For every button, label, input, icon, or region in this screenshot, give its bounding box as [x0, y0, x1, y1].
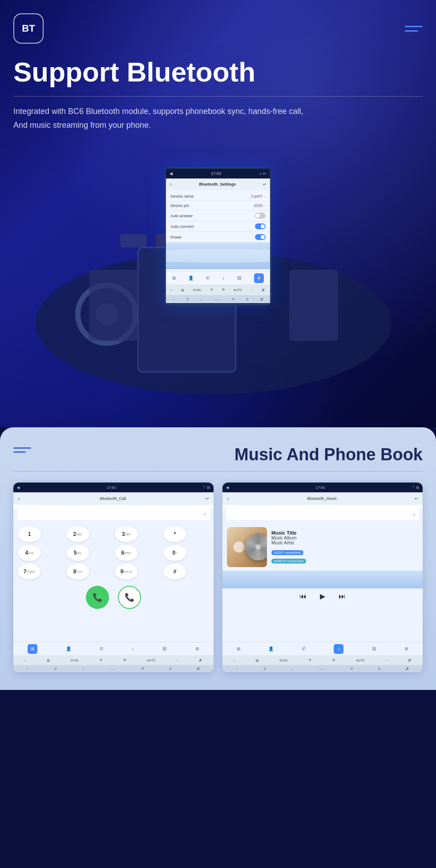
link-icon[interactable]: ⛓ [237, 276, 242, 280]
keypad-5[interactable]: 5JKL [66, 545, 89, 561]
person-icon[interactable]: 👤 [268, 646, 274, 651]
screen-settings-content: Device name CarBT › Device pin 0000 › Au… [166, 190, 270, 271]
bottom-section: Music And Phone Book ◀ 17:53 ⌃ ⊟ ⌂ Bluet… [0, 427, 436, 690]
call-screen-nav: ⌂ Bluetooth_Call ↩ [13, 492, 214, 505]
auto-connect-row: Auto connect [166, 221, 270, 232]
phone-icon[interactable]: ✆ [206, 276, 210, 280]
bottom-menu-icon[interactable] [13, 447, 31, 453]
auto-connect-toggle[interactable] [255, 223, 266, 229]
call-button[interactable]: 📞 [86, 586, 109, 609]
keypad: 1 2ABC 3DEF * 4GHI 5JKL 6MNO 0+ 7PQRS 8T… [13, 523, 214, 582]
call-screen-status: ◀ 17:53 ⌃ ⊟ [13, 483, 214, 492]
music-icon-active[interactable]: ♪ [334, 644, 343, 654]
svg-rect-9 [289, 270, 338, 341]
a2dp-badge: A2DP connected [271, 550, 303, 555]
call-screen-bottom: ←0↓——⇲0🔊 [13, 665, 214, 672]
settings-icon[interactable]: ⚙ [195, 646, 199, 651]
bottom-title: Music And Phone Book [234, 445, 423, 464]
music-controls: ⏮ ▶ ⏭ [222, 588, 423, 604]
auto-answer-toggle[interactable] [255, 213, 266, 219]
svg-rect-3 [120, 234, 147, 247]
play-button[interactable]: ▶ [320, 592, 325, 600]
call-search-bar[interactable]: ✕ [17, 508, 210, 520]
music-screen: ◀ 17:53 ⌃ ⊟ ⌂ Bluetooth_Music ↩ ♫ Mus [222, 483, 423, 672]
next-button[interactable]: ⏭ [339, 592, 346, 600]
keypad-star[interactable]: * [163, 526, 186, 542]
track-title: Music Title [271, 530, 418, 535]
keypad-hash[interactable]: # [163, 564, 186, 580]
music-search-bar[interactable]: ♫ [226, 508, 419, 520]
grid-icon-active[interactable]: ⊞ [28, 644, 37, 654]
music-screen-footer: ⊞ 👤 ✆ ♪ ⛓ ⚙ [222, 642, 423, 655]
track-artist: Music Artist [271, 540, 418, 545]
close-icon: ✕ [203, 512, 206, 517]
screen-wave-decoration [166, 243, 270, 269]
svg-rect-8 [89, 270, 138, 341]
call-screen-climate: ⌂⏻DUAL❄♻AUTO~🔊 [13, 655, 214, 665]
phone-icon[interactable]: ✆ [100, 646, 103, 651]
header-divider [13, 96, 423, 97]
prev-button[interactable]: ⏮ [299, 592, 307, 600]
keypad-9[interactable]: 9WXYZ [115, 564, 138, 580]
screen-footer: ⊞ 👤 ✆ ♪ ⛓ ⚡ [166, 271, 270, 284]
person-icon[interactable]: 👤 [188, 276, 194, 280]
grid-icon[interactable]: ⊞ [172, 276, 176, 280]
screen-bottom-bar: ←0↓——⇲0🔊 [166, 295, 270, 303]
power-row: Power [166, 232, 270, 243]
music-wave [222, 571, 423, 588]
keypad-4[interactable]: 4GHI [18, 545, 41, 561]
keypad-8[interactable]: 8TUV [66, 564, 89, 580]
auto-answer-row: Auto answer [166, 211, 270, 221]
header-section: BT Support Bluetooth Integrated with BC6… [0, 0, 436, 427]
screen-status-bar: ◀ 17:53 ⌂ ↩ [166, 169, 270, 178]
phone-icon[interactable]: ✆ [302, 646, 306, 651]
avrcp-badge: AVRCP connected [271, 559, 306, 564]
music-screen-bottom: ←0↓——⇲0🔊 [222, 665, 423, 672]
note-icon: ♫ [412, 512, 416, 517]
music-icon[interactable]: ♪ [222, 276, 225, 280]
bottom-header: Music And Phone Book [13, 445, 423, 464]
music-info: Music Title Music Album Music Artist A2D… [271, 530, 418, 564]
redial-button[interactable]: 📞 [118, 586, 141, 609]
keypad-0plus[interactable]: 0+ [163, 545, 186, 561]
subtitle: Integrated with BC6 Bluetooth module, su… [13, 105, 423, 132]
music-screen-status: ◀ 17:53 ⌃ ⊟ [222, 483, 423, 492]
music-icon[interactable]: ♪ [132, 646, 134, 651]
top-bar: BT [13, 13, 423, 44]
car-area: ◀ 17:53 ⌂ ↩ ⌂ Bluetooth_Settings ↩ Devic… [13, 145, 423, 421]
album-cd [245, 534, 267, 560]
grid-icon[interactable]: ⊞ [237, 646, 240, 651]
keypad-3[interactable]: 3DEF [115, 526, 138, 542]
screen-nav-bar: ⌂ Bluetooth_Settings ↩ [166, 178, 270, 190]
bt-logo: BT [13, 13, 44, 44]
music-player-area: Music Title Music Album Music Artist A2D… [222, 523, 423, 571]
album-art [227, 527, 267, 567]
track-album: Music Album [271, 535, 418, 540]
power-toggle[interactable] [255, 234, 266, 240]
keypad-2[interactable]: 2ABC [66, 526, 89, 542]
person-icon[interactable]: 👤 [66, 646, 71, 651]
keypad-7[interactable]: 7PQRS [18, 564, 41, 580]
music-screen-climate: ⌂⏻DUAL❄♻AUTO~🔊 [222, 655, 423, 665]
bluetooth-icon[interactable]: ⚡ [254, 273, 264, 283]
call-actions: 📞 📞 [13, 582, 214, 614]
music-screen-content: ♫ Music Title Music Album Music Artist A… [222, 508, 423, 642]
music-screen-nav: ⌂ Bluetooth_Music ↩ [222, 492, 423, 505]
link-icon[interactable]: ⛓ [372, 646, 376, 651]
keypad-6[interactable]: 6MNO [115, 545, 138, 561]
link-icon[interactable]: ⛓ [162, 646, 167, 651]
call-screen: ◀ 17:53 ⌃ ⊟ ⌂ Bluetooth_Call ↩ ✕ 1 2ABC … [13, 483, 214, 672]
screen-climate-bar: ⌂⏻DUAL❄♻AUTO~🔊 [166, 284, 270, 295]
page-title: Support Bluetooth [13, 57, 423, 87]
bluetooth-settings-screen: ◀ 17:53 ⌂ ↩ ⌂ Bluetooth_Settings ↩ Devic… [165, 167, 271, 305]
phone-screens-container: ◀ 17:53 ⌃ ⊟ ⌂ Bluetooth_Call ↩ ✕ 1 2ABC … [13, 483, 423, 672]
call-screen-content: ✕ 1 2ABC 3DEF * 4GHI 5JKL 6MNO 0+ 7PQRS … [13, 508, 214, 642]
menu-button[interactable] [405, 26, 423, 32]
bottom-divider [13, 471, 423, 471]
call-screen-footer: ⊞ 👤 ✆ ♪ ⛓ ⚙ [13, 642, 214, 655]
device-pin-row: Device pin 0000 › [166, 201, 270, 211]
settings-icon[interactable]: ⚙ [404, 646, 408, 651]
device-name-row: Device name CarBT › [166, 192, 270, 201]
keypad-1[interactable]: 1 [18, 526, 41, 542]
